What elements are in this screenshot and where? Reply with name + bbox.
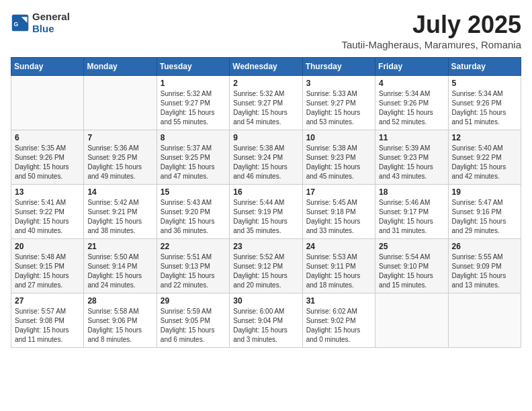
calendar-cell: 21Sunrise: 5:50 AM Sunset: 9:14 PM Dayli… (84, 239, 157, 293)
calendar-cell: 5Sunrise: 5:34 AM Sunset: 9:26 PM Daylig… (448, 76, 521, 130)
calendar-week-row: 27Sunrise: 5:57 AM Sunset: 9:08 PM Dayli… (11, 293, 521, 348)
page-title: July 2025 (341, 11, 521, 39)
calendar-cell (84, 76, 157, 130)
calendar-cell: 26Sunrise: 5:55 AM Sunset: 9:09 PM Dayli… (448, 239, 521, 293)
day-info: Sunrise: 5:57 AM Sunset: 9:08 PM Dayligh… (15, 307, 80, 345)
day-info: Sunrise: 5:46 AM Sunset: 9:17 PM Dayligh… (379, 198, 444, 236)
calendar-cell (11, 76, 84, 130)
logo-general: General (32, 11, 70, 22)
day-number: 10 (306, 133, 371, 142)
day-number: 31 (306, 296, 371, 306)
day-info: Sunrise: 5:34 AM Sunset: 9:26 PM Dayligh… (379, 89, 444, 127)
day-number: 18 (379, 187, 444, 197)
calendar-cell: 25Sunrise: 5:54 AM Sunset: 9:10 PM Dayli… (375, 239, 448, 293)
weekday-header: Tuesday (157, 58, 229, 76)
calendar-cell: 22Sunrise: 5:51 AM Sunset: 9:13 PM Dayli… (157, 239, 229, 293)
calendar-cell: 6Sunrise: 5:35 AM Sunset: 9:26 PM Daylig… (11, 130, 84, 185)
calendar-cell: 17Sunrise: 5:45 AM Sunset: 9:18 PM Dayli… (302, 185, 375, 239)
day-info: Sunrise: 5:33 AM Sunset: 9:27 PM Dayligh… (306, 89, 371, 127)
day-number: 3 (306, 79, 371, 88)
day-number: 29 (161, 296, 226, 306)
calendar-cell: 11Sunrise: 5:39 AM Sunset: 9:23 PM Dayli… (375, 130, 448, 185)
day-info: Sunrise: 5:43 AM Sunset: 9:20 PM Dayligh… (161, 198, 226, 236)
weekday-header: Thursday (302, 58, 375, 76)
day-number: 16 (233, 187, 298, 197)
calendar-cell: 28Sunrise: 5:58 AM Sunset: 9:06 PM Dayli… (84, 293, 157, 348)
day-number: 19 (452, 187, 517, 197)
day-info: Sunrise: 5:36 AM Sunset: 9:25 PM Dayligh… (87, 144, 152, 181)
day-info: Sunrise: 5:44 AM Sunset: 9:19 PM Dayligh… (233, 198, 298, 236)
day-number: 13 (15, 187, 80, 197)
day-info: Sunrise: 5:40 AM Sunset: 9:22 PM Dayligh… (452, 144, 517, 181)
day-info: Sunrise: 5:58 AM Sunset: 9:06 PM Dayligh… (87, 307, 152, 345)
calendar-cell: 12Sunrise: 5:40 AM Sunset: 9:22 PM Dayli… (448, 130, 521, 185)
day-number: 5 (452, 79, 517, 88)
day-number: 30 (233, 296, 298, 306)
day-info: Sunrise: 6:02 AM Sunset: 9:02 PM Dayligh… (306, 307, 371, 345)
calendar-week-row: 6Sunrise: 5:35 AM Sunset: 9:26 PM Daylig… (11, 130, 521, 185)
weekday-header: Friday (375, 58, 448, 76)
day-number: 20 (15, 242, 80, 251)
calendar-cell: 10Sunrise: 5:38 AM Sunset: 9:23 PM Dayli… (302, 130, 375, 185)
calendar-cell: 9Sunrise: 5:38 AM Sunset: 9:24 PM Daylig… (230, 130, 302, 185)
day-info: Sunrise: 5:53 AM Sunset: 9:11 PM Dayligh… (306, 253, 371, 290)
day-info: Sunrise: 5:48 AM Sunset: 9:15 PM Dayligh… (15, 253, 80, 290)
calendar-cell: 31Sunrise: 6:02 AM Sunset: 9:02 PM Dayli… (302, 293, 375, 348)
day-info: Sunrise: 5:32 AM Sunset: 9:27 PM Dayligh… (161, 89, 226, 127)
calendar-cell: 18Sunrise: 5:46 AM Sunset: 9:17 PM Dayli… (375, 185, 448, 239)
weekday-header: Wednesday (230, 58, 302, 76)
day-info: Sunrise: 5:51 AM Sunset: 9:13 PM Dayligh… (161, 253, 226, 290)
day-number: 23 (233, 242, 298, 251)
weekday-header: Sunday (11, 58, 84, 76)
day-info: Sunrise: 5:42 AM Sunset: 9:21 PM Dayligh… (87, 198, 152, 236)
day-info: Sunrise: 5:52 AM Sunset: 9:12 PM Dayligh… (233, 253, 298, 290)
calendar-cell: 2Sunrise: 5:32 AM Sunset: 9:27 PM Daylig… (230, 76, 302, 130)
calendar-cell: 20Sunrise: 5:48 AM Sunset: 9:15 PM Dayli… (11, 239, 84, 293)
page-subtitle: Tautii-Magheraus, Maramures, Romania (341, 39, 521, 50)
calendar-cell: 7Sunrise: 5:36 AM Sunset: 9:25 PM Daylig… (84, 130, 157, 185)
day-info: Sunrise: 5:47 AM Sunset: 9:16 PM Dayligh… (452, 198, 517, 236)
day-info: Sunrise: 5:54 AM Sunset: 9:10 PM Dayligh… (379, 253, 444, 290)
day-number: 21 (87, 242, 152, 251)
day-number: 12 (452, 133, 517, 142)
calendar-cell: 8Sunrise: 5:37 AM Sunset: 9:25 PM Daylig… (157, 130, 229, 185)
day-number: 14 (87, 187, 152, 197)
calendar-week-row: 1Sunrise: 5:32 AM Sunset: 9:27 PM Daylig… (11, 76, 521, 130)
calendar-cell: 24Sunrise: 5:53 AM Sunset: 9:11 PM Dayli… (302, 239, 375, 293)
calendar-cell: 14Sunrise: 5:42 AM Sunset: 9:21 PM Dayli… (84, 185, 157, 239)
page-header: G General Blue July 2025 Tautii-Magherau… (11, 11, 521, 50)
day-number: 1 (161, 79, 226, 88)
calendar-cell: 3Sunrise: 5:33 AM Sunset: 9:27 PM Daylig… (302, 76, 375, 130)
day-info: Sunrise: 5:38 AM Sunset: 9:24 PM Dayligh… (233, 144, 298, 181)
day-number: 26 (452, 242, 517, 251)
day-info: Sunrise: 5:35 AM Sunset: 9:26 PM Dayligh… (15, 144, 80, 181)
day-number: 9 (233, 133, 298, 142)
calendar-cell: 27Sunrise: 5:57 AM Sunset: 9:08 PM Dayli… (11, 293, 84, 348)
day-number: 15 (161, 187, 226, 197)
day-number: 8 (161, 133, 226, 142)
calendar-cell: 30Sunrise: 6:00 AM Sunset: 9:04 PM Dayli… (230, 293, 302, 348)
day-number: 22 (161, 242, 226, 251)
logo-text: General Blue (32, 11, 70, 35)
calendar-week-row: 20Sunrise: 5:48 AM Sunset: 9:15 PM Dayli… (11, 239, 521, 293)
calendar-cell: 15Sunrise: 5:43 AM Sunset: 9:20 PM Dayli… (157, 185, 229, 239)
svg-text:G: G (13, 21, 18, 28)
day-number: 2 (233, 79, 298, 88)
day-info: Sunrise: 5:37 AM Sunset: 9:25 PM Dayligh… (161, 144, 226, 181)
day-info: Sunrise: 5:55 AM Sunset: 9:09 PM Dayligh… (452, 253, 517, 290)
weekday-header: Saturday (448, 58, 521, 76)
calendar-cell: 29Sunrise: 5:59 AM Sunset: 9:05 PM Dayli… (157, 293, 229, 348)
day-number: 6 (15, 133, 80, 142)
day-number: 28 (87, 296, 152, 306)
calendar-header-row: SundayMondayTuesdayWednesdayThursdayFrid… (11, 58, 521, 76)
calendar-cell: 13Sunrise: 5:41 AM Sunset: 9:22 PM Dayli… (11, 185, 84, 239)
calendar-cell: 16Sunrise: 5:44 AM Sunset: 9:19 PM Dayli… (230, 185, 302, 239)
weekday-header: Monday (84, 58, 157, 76)
day-number: 7 (87, 133, 152, 142)
logo-blue: Blue (32, 23, 54, 34)
day-info: Sunrise: 5:45 AM Sunset: 9:18 PM Dayligh… (306, 198, 371, 236)
day-number: 24 (306, 242, 371, 251)
calendar-table: SundayMondayTuesdayWednesdayThursdayFrid… (11, 57, 521, 348)
calendar-cell: 1Sunrise: 5:32 AM Sunset: 9:27 PM Daylig… (157, 76, 229, 130)
calendar-week-row: 13Sunrise: 5:41 AM Sunset: 9:22 PM Dayli… (11, 185, 521, 239)
